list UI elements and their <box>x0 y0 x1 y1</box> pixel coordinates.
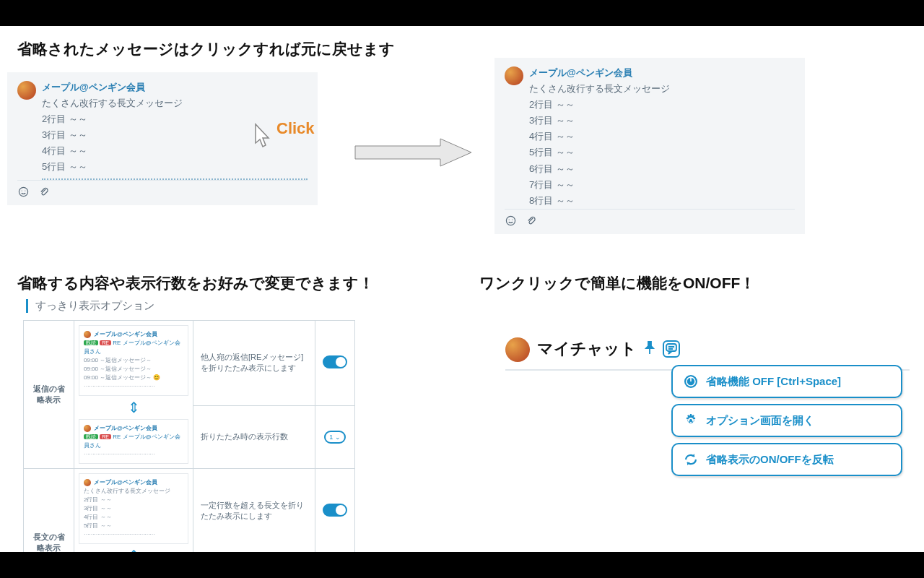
message-username: メープル@ペンギン会員 <box>529 65 795 81</box>
toggle-long-fold[interactable] <box>323 504 347 517</box>
popup-menu: 省略機能 OFF [Ctrl+Space] オプション画面を開く 省略表示のON… <box>671 365 902 476</box>
message-line: 4行目 ～～ <box>529 129 795 144</box>
attachment-icon[interactable] <box>38 186 49 198</box>
cursor-pointer <box>253 123 273 153</box>
power-icon <box>683 374 699 389</box>
settings-preview-reply: メープル@ペンギン会員 既読 RE RE メープル@ペンギン会員さん 09:00… <box>74 321 193 469</box>
popup-label: オプション画面を開く <box>706 414 814 428</box>
avatar <box>505 337 530 362</box>
popup-item-options[interactable]: オプション画面を開く <box>671 404 902 437</box>
popup-item-off[interactable]: 省略機能 OFF [Ctrl+Space] <box>671 365 902 398</box>
message-line: たくさん改行する長文メッセージ <box>529 81 795 97</box>
chat-bubble-icon[interactable] <box>663 340 680 358</box>
settings-panel-title: すっきり表示オプション <box>35 299 154 311</box>
svg-point-3 <box>506 217 515 225</box>
smile-icon[interactable] <box>17 186 29 198</box>
message-line-truncated: 5行目 ～～ <box>42 159 308 179</box>
updown-arrow-icon: ⇕ <box>79 399 188 416</box>
popup-label: 省略機能 OFF [Ctrl+Space] <box>706 375 841 389</box>
heading-oneclick: ワンクリックで簡単に機能をON/OFF！ <box>479 273 755 293</box>
avatar <box>17 81 36 100</box>
mychat-title: マイチャット <box>537 338 637 360</box>
gear-icon <box>683 413 699 428</box>
message-actions <box>17 180 308 205</box>
message-actions <box>505 209 795 234</box>
message-line: たくさん改行する長文メッセージ <box>42 95 308 111</box>
attachment-icon[interactable] <box>525 215 536 227</box>
svg-point-2 <box>25 191 25 191</box>
arrow-right-icon <box>354 137 473 168</box>
message-line: 5行目 ～～ <box>529 144 795 160</box>
message-line: 2行目 ～～ <box>529 97 795 113</box>
avatar <box>505 66 523 85</box>
message-line: 8行目 ～～ <box>529 193 795 209</box>
message-card-expanded[interactable]: メープル@ペンギン会員 たくさん改行する長文メッセージ 2行目 ～～ 3行目 ～… <box>494 58 805 234</box>
message-line: 3行目 ～～ <box>529 113 795 129</box>
top-black-bar <box>0 0 924 26</box>
settings-row-label-reply: 返信の省略表示 <box>24 321 74 469</box>
popup-label: 省略表示のON/OFFを反転 <box>706 453 834 467</box>
svg-point-4 <box>508 220 509 220</box>
message-username: メープル@ペンギン会員 <box>42 79 308 95</box>
settings-opt-reply-lines: 折りたたみ時の表示行数 <box>193 405 315 469</box>
stepper-reply-lines[interactable]: 1 ⌄ <box>324 431 346 444</box>
toggle-reply-fold[interactable] <box>323 355 347 368</box>
click-label: Click <box>276 119 315 138</box>
bottom-black-bar <box>0 552 924 578</box>
svg-point-5 <box>512 220 513 220</box>
settings-table: 返信の省略表示 メープル@ペンギン会員 既読 RE RE メープル@ペンギン会員… <box>23 320 355 578</box>
message-line: 7行目 ～～ <box>529 177 795 193</box>
message-line: 6行目 ～～ <box>529 161 795 177</box>
svg-point-1 <box>21 191 22 191</box>
refresh-icon <box>683 452 699 467</box>
svg-rect-6 <box>666 344 676 351</box>
settings-opt-long-fold: 一定行数を超える長文を折りたたみ表示にします <box>193 469 315 554</box>
settings-panel-title-wrap: すっきり表示オプション <box>26 299 355 313</box>
svg-point-0 <box>19 187 27 196</box>
settings-opt-reply-fold: 他人宛の返信[REメッセージ]を折りたたみ表示にします <box>193 321 315 406</box>
smile-icon[interactable] <box>505 215 516 227</box>
pin-icon[interactable] <box>644 341 655 357</box>
popup-item-invert[interactable]: 省略表示のON/OFFを反転 <box>671 443 902 476</box>
